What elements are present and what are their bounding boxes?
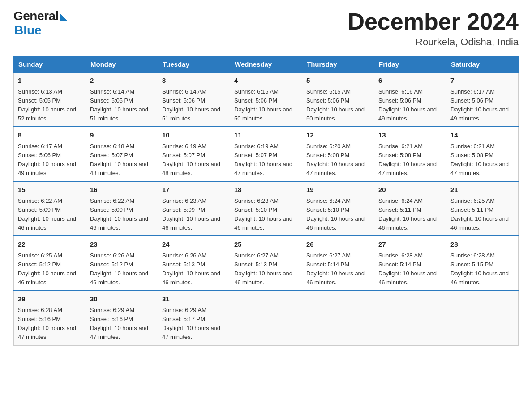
calendar-day-cell: 22Sunrise: 6:25 AMSunset: 5:12 PMDayligh… xyxy=(14,236,86,291)
day-number: 30 xyxy=(90,294,154,304)
calendar-day-cell: 9Sunrise: 6:18 AMSunset: 5:07 PMDaylight… xyxy=(86,127,158,181)
calendar-day-cell: 1Sunrise: 6:13 AMSunset: 5:05 PMDaylight… xyxy=(14,73,86,127)
day-number: 17 xyxy=(162,185,226,195)
day-number: 23 xyxy=(90,240,154,250)
day-info: Sunrise: 6:19 AMSunset: 5:07 PMDaylight:… xyxy=(162,142,226,178)
calendar-day-cell: 28Sunrise: 6:28 AMSunset: 5:15 PMDayligh… xyxy=(446,236,519,291)
day-number: 29 xyxy=(18,294,82,304)
day-number: 6 xyxy=(378,76,442,86)
day-info: Sunrise: 6:26 AMSunset: 5:12 PMDaylight:… xyxy=(90,251,154,287)
calendar-day-cell xyxy=(230,291,302,345)
day-number: 19 xyxy=(306,185,370,195)
day-info: Sunrise: 6:28 AMSunset: 5:16 PMDaylight:… xyxy=(18,306,82,342)
day-number: 10 xyxy=(162,130,226,141)
day-number: 8 xyxy=(18,130,82,141)
calendar-day-cell: 13Sunrise: 6:21 AMSunset: 5:08 PMDayligh… xyxy=(374,127,446,181)
calendar-day-cell: 2Sunrise: 6:14 AMSunset: 5:05 PMDaylight… xyxy=(86,73,158,127)
day-info: Sunrise: 6:17 AMSunset: 5:06 PMDaylight:… xyxy=(450,87,514,124)
calendar-day-cell: 26Sunrise: 6:27 AMSunset: 5:14 PMDayligh… xyxy=(302,236,374,291)
day-info: Sunrise: 6:27 AMSunset: 5:13 PMDaylight:… xyxy=(234,251,298,287)
main-title: December 2024 xyxy=(348,9,519,34)
day-info: Sunrise: 6:23 AMSunset: 5:10 PMDaylight:… xyxy=(234,197,298,233)
day-info: Sunrise: 6:13 AMSunset: 5:05 PMDaylight:… xyxy=(18,87,82,124)
calendar-day-cell: 25Sunrise: 6:27 AMSunset: 5:13 PMDayligh… xyxy=(230,236,302,291)
calendar-day-cell: 15Sunrise: 6:22 AMSunset: 5:09 PMDayligh… xyxy=(14,181,86,236)
calendar-header-row: SundayMondayTuesdayWednesdayThursdayFrid… xyxy=(14,56,519,73)
day-number: 22 xyxy=(18,240,82,250)
day-number: 15 xyxy=(18,185,82,195)
day-info: Sunrise: 6:15 AMSunset: 5:06 PMDaylight:… xyxy=(306,87,370,124)
calendar-day-cell: 3Sunrise: 6:14 AMSunset: 5:06 PMDaylight… xyxy=(158,73,230,127)
calendar-day-header: Wednesday xyxy=(230,56,302,73)
day-info: Sunrise: 6:29 AMSunset: 5:16 PMDaylight:… xyxy=(90,306,154,342)
calendar-day-cell: 23Sunrise: 6:26 AMSunset: 5:12 PMDayligh… xyxy=(86,236,158,291)
calendar-day-cell: 11Sunrise: 6:19 AMSunset: 5:07 PMDayligh… xyxy=(230,127,302,181)
day-number: 9 xyxy=(90,130,154,141)
day-number: 14 xyxy=(450,130,514,141)
day-number: 1 xyxy=(18,76,82,86)
day-number: 25 xyxy=(234,240,298,250)
day-info: Sunrise: 6:25 AMSunset: 5:11 PMDaylight:… xyxy=(450,197,514,233)
calendar-day-cell: 7Sunrise: 6:17 AMSunset: 5:06 PMDaylight… xyxy=(446,73,519,127)
calendar-day-cell: 24Sunrise: 6:26 AMSunset: 5:13 PMDayligh… xyxy=(158,236,230,291)
calendar-day-cell: 30Sunrise: 6:29 AMSunset: 5:16 PMDayligh… xyxy=(86,291,158,345)
day-info: Sunrise: 6:28 AMSunset: 5:14 PMDaylight:… xyxy=(378,251,442,287)
day-info: Sunrise: 6:17 AMSunset: 5:06 PMDaylight:… xyxy=(18,142,82,178)
calendar-day-cell: 17Sunrise: 6:23 AMSunset: 5:09 PMDayligh… xyxy=(158,181,230,236)
day-number: 20 xyxy=(378,185,442,195)
day-info: Sunrise: 6:21 AMSunset: 5:08 PMDaylight:… xyxy=(378,142,442,178)
logo-general-text: General xyxy=(13,9,59,23)
page-header: General Blue December 2024 Rourkela, Odi… xyxy=(13,9,519,48)
calendar-week-row: 8Sunrise: 6:17 AMSunset: 5:06 PMDaylight… xyxy=(14,127,519,181)
calendar-day-cell: 21Sunrise: 6:25 AMSunset: 5:11 PMDayligh… xyxy=(446,181,519,236)
logo-triangle-icon xyxy=(60,13,68,21)
day-number: 27 xyxy=(378,240,442,250)
calendar-day-cell: 4Sunrise: 6:15 AMSunset: 5:06 PMDaylight… xyxy=(230,73,302,127)
calendar-table: SundayMondayTuesdayWednesdayThursdayFrid… xyxy=(13,56,519,345)
day-info: Sunrise: 6:22 AMSunset: 5:09 PMDaylight:… xyxy=(18,197,82,233)
calendar-day-header: Saturday xyxy=(446,56,519,73)
calendar-day-header: Tuesday xyxy=(158,56,230,73)
day-number: 12 xyxy=(306,130,370,141)
calendar-day-header: Sunday xyxy=(14,56,86,73)
day-number: 28 xyxy=(450,240,514,250)
day-info: Sunrise: 6:26 AMSunset: 5:13 PMDaylight:… xyxy=(162,251,226,287)
day-info: Sunrise: 6:19 AMSunset: 5:07 PMDaylight:… xyxy=(234,142,298,178)
calendar-day-cell xyxy=(302,291,374,345)
calendar-day-cell: 14Sunrise: 6:21 AMSunset: 5:08 PMDayligh… xyxy=(446,127,519,181)
calendar-day-cell xyxy=(446,291,519,345)
logo-blue-text: Blue xyxy=(14,23,42,38)
calendar-week-row: 22Sunrise: 6:25 AMSunset: 5:12 PMDayligh… xyxy=(14,236,519,291)
day-number: 2 xyxy=(90,76,154,86)
calendar-day-header: Thursday xyxy=(302,56,374,73)
day-info: Sunrise: 6:20 AMSunset: 5:08 PMDaylight:… xyxy=(306,142,370,178)
calendar-day-cell: 27Sunrise: 6:28 AMSunset: 5:14 PMDayligh… xyxy=(374,236,446,291)
day-number: 26 xyxy=(306,240,370,250)
day-number: 18 xyxy=(234,185,298,195)
calendar-day-cell: 19Sunrise: 6:24 AMSunset: 5:10 PMDayligh… xyxy=(302,181,374,236)
day-number: 5 xyxy=(306,76,370,86)
day-info: Sunrise: 6:15 AMSunset: 5:06 PMDaylight:… xyxy=(234,87,298,124)
day-info: Sunrise: 6:29 AMSunset: 5:17 PMDaylight:… xyxy=(162,306,226,342)
calendar-day-cell: 20Sunrise: 6:24 AMSunset: 5:11 PMDayligh… xyxy=(374,181,446,236)
calendar-day-cell: 10Sunrise: 6:19 AMSunset: 5:07 PMDayligh… xyxy=(158,127,230,181)
day-info: Sunrise: 6:27 AMSunset: 5:14 PMDaylight:… xyxy=(306,251,370,287)
day-info: Sunrise: 6:25 AMSunset: 5:12 PMDaylight:… xyxy=(18,251,82,287)
day-info: Sunrise: 6:24 AMSunset: 5:11 PMDaylight:… xyxy=(378,197,442,233)
calendar-day-cell: 8Sunrise: 6:17 AMSunset: 5:06 PMDaylight… xyxy=(14,127,86,181)
day-number: 24 xyxy=(162,240,226,250)
day-number: 11 xyxy=(234,130,298,141)
calendar-day-cell: 29Sunrise: 6:28 AMSunset: 5:16 PMDayligh… xyxy=(14,291,86,345)
day-info: Sunrise: 6:14 AMSunset: 5:06 PMDaylight:… xyxy=(162,87,226,124)
subtitle: Rourkela, Odisha, India xyxy=(348,36,519,48)
day-number: 3 xyxy=(162,76,226,86)
day-number: 4 xyxy=(234,76,298,86)
calendar-day-cell: 6Sunrise: 6:16 AMSunset: 5:06 PMDaylight… xyxy=(374,73,446,127)
logo: General Blue xyxy=(13,9,68,38)
day-info: Sunrise: 6:28 AMSunset: 5:15 PMDaylight:… xyxy=(450,251,514,287)
day-number: 16 xyxy=(90,185,154,195)
day-info: Sunrise: 6:14 AMSunset: 5:05 PMDaylight:… xyxy=(90,87,154,124)
day-info: Sunrise: 6:24 AMSunset: 5:10 PMDaylight:… xyxy=(306,197,370,233)
day-number: 21 xyxy=(450,185,514,195)
day-number: 7 xyxy=(450,76,514,86)
